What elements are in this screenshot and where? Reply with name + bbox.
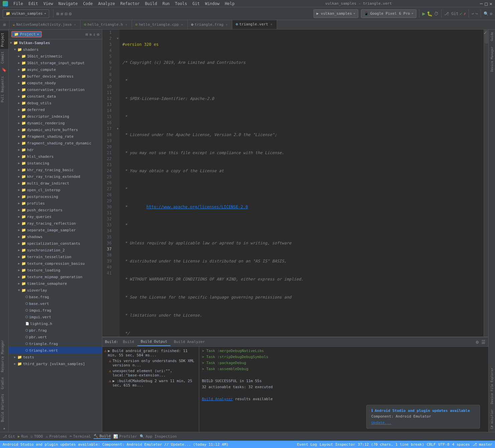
filetree-icon-2[interactable]: ≡ — [89, 32, 92, 37]
right-sidebar-device-manager[interactable]: Device Manager — [490, 44, 494, 75]
event-log-btn[interactable]: Event Log — [297, 442, 317, 447]
activity-pull[interactable]: Pull Requests — [0, 74, 8, 104]
debug-button[interactable]: 🐛 — [427, 11, 432, 16]
tree-dynamic-rendering[interactable]: ▶ 📁 dynamic_rendering — [9, 120, 102, 126]
filetree-icon-4[interactable]: ⚙ — [97, 32, 99, 37]
status-branch[interactable]: ⎇ master — [473, 442, 492, 447]
menu-refactor[interactable]: Refactor — [118, 1, 142, 7]
tree-instancing[interactable]: ▶ 📁 instancing — [9, 160, 102, 166]
status-charset[interactable]: UTF-8 — [439, 442, 450, 447]
menu-build[interactable]: Build — [142, 1, 160, 7]
tree-tests[interactable]: ▶ 📁 tests — [9, 354, 102, 360]
right-sidebar-emulator[interactable]: C# minifier — [490, 407, 494, 432]
menu-window[interactable]: Window — [202, 1, 222, 7]
build-btn-bottom[interactable]: 🔨 Build — [94, 434, 111, 439]
tree-compute-nbody[interactable]: ▶ 📁 compute_nbody — [9, 80, 102, 86]
scrollbar-minimap[interactable] — [484, 29, 488, 337]
run-btn-bottom[interactable]: ▶ Run — [18, 434, 28, 439]
tab-close-hello-h[interactable]: ✕ — [124, 23, 128, 27]
right-sidebar-guide[interactable]: Guide — [490, 29, 494, 44]
menu-edit[interactable]: Edit — [26, 1, 41, 7]
tree-open-cl[interactable]: ▶ 📁 open_cl_interop — [9, 187, 102, 193]
close-button[interactable]: ✕ — [490, 1, 492, 6]
tree-texture-mip[interactable]: ▶ 📁 texture_mipmap_generation — [9, 273, 102, 280]
tree-16bit-arith[interactable]: ▶ 📁 16bit_arithmetic — [9, 53, 102, 60]
app-inspection-btn[interactable]: 🔍 App Inspection — [140, 434, 177, 439]
tree-timeline[interactable]: ▶ 📁 timeline_semaphore — [9, 280, 102, 287]
tree-texture-load[interactable]: ▶ 📁 texture_loading — [9, 267, 102, 273]
tab-close-hello-cpp[interactable]: ✕ — [180, 23, 184, 27]
tree-deferred[interactable]: ▶ 📁 deferred — [9, 106, 102, 113]
run-button[interactable]: ▶ — [422, 10, 425, 17]
tree-sync2[interactable]: ▶ 📁 synchronization_2 — [9, 247, 102, 253]
activity-resource[interactable]: Resource Manager — [0, 338, 8, 374]
tree-profiles[interactable]: ▶ 📁 profiles — [9, 200, 102, 207]
tab-hello-h[interactable]: ⚙ hello_triangle.h ✕ — [81, 20, 132, 29]
settings-icon[interactable]: ⚙ — [490, 11, 492, 16]
tree-fragment-rate-dyn[interactable]: ▶ 📁 fragment_shading_rate_dynamic — [9, 140, 102, 146]
tree-specialization[interactable]: ▶ 📁 specialization_constants — [9, 240, 102, 247]
profile-button[interactable]: ⏱ — [434, 11, 439, 16]
code-content[interactable]: #version 320 es /* Copyright (c) 2019, A… — [120, 29, 484, 337]
project-selector[interactable]: 📁 vulkan_samples ▾ — [3, 9, 49, 18]
activity-gradle[interactable]: Gradle — [0, 375, 8, 391]
device-selector[interactable]: 📱 Google Pixel 6 Pro ▾ — [361, 9, 416, 18]
tree-separate-img[interactable]: ▶ 📁 separate_image_sampler — [9, 227, 102, 233]
toolbar-icon-2[interactable]: ≡ — [60, 11, 63, 16]
layout-inspector-btn[interactable]: Layout Inspector — [320, 442, 355, 447]
bottom-tab-build-analyzer[interactable]: Build Analyzer — [170, 338, 208, 346]
tree-postprocessing[interactable]: ▶ 📁 postprocessing — [9, 193, 102, 200]
tree-ray-reflect[interactable]: ▶ 📁 ray_tracing_reflection — [9, 220, 102, 227]
tree-constant-data[interactable]: ▶ 📁 constant_data — [9, 93, 102, 100]
maximize-button[interactable]: □ — [485, 1, 487, 6]
menu-tools[interactable]: Tools — [172, 1, 190, 7]
tree-uioverlay[interactable]: ▼ 📁 uioverlay — [9, 287, 102, 294]
tree-push-desc[interactable]: ▶ 📁 push_descriptors — [9, 207, 102, 213]
tree-conservative[interactable]: ▶ 📁 conservative_rasterization — [9, 86, 102, 93]
menu-analyze[interactable]: Analyze — [95, 1, 118, 7]
tree-triangle-vert-file[interactable]: ⬡ triangle.vert — [9, 347, 102, 354]
problems-btn[interactable]: ⚠ Problems — [46, 434, 67, 439]
tree-khr-extended[interactable]: ▶ 📁 khr_ray_tracing_extended — [9, 173, 102, 180]
tree-base-frag[interactable]: ⬡ base.frag — [9, 294, 102, 300]
tree-hdr[interactable]: ▶ 📁 hdr — [9, 146, 102, 153]
tab-triangle-vert[interactable]: ⚙ triangle.vert ✕ — [232, 20, 277, 29]
bottom-panel-lines-icon[interactable]: ☰ — [480, 339, 487, 345]
checkmark-icon[interactable]: ✓ — [460, 11, 462, 16]
right-sidebar-device-file[interactable]: Device File Explorer — [490, 365, 494, 407]
tree-pbr-frag[interactable]: ⬡ pbr.frag — [9, 327, 102, 334]
tree-hlsl[interactable]: ▶ 📁 hlsl_shaders — [9, 153, 102, 160]
status-cursor[interactable]: 37:12 (70 chars, 1 line break) — [358, 442, 424, 447]
tree-shaders[interactable]: ▼ 📁 shaders — [9, 46, 102, 53]
tree-async-compute[interactable]: ▶ 📁 async_compute — [9, 66, 102, 73]
tree-ray-queries[interactable]: ▶ 📁 ray_queries — [9, 213, 102, 220]
minimize-button[interactable]: ─ — [480, 1, 483, 6]
tree-dynamic-uniform[interactable]: ▶ 📁 dynamic_uniform_buffers — [9, 126, 102, 133]
tree-project-root[interactable]: ▼ 📁 Vulkan-Samples — [9, 39, 102, 46]
menu-help[interactable]: Help — [222, 1, 237, 7]
activity-project[interactable]: Project — [0, 31, 8, 49]
menu-navigate[interactable]: Navigate — [56, 1, 81, 7]
notification-update-link[interactable]: Update... — [371, 421, 475, 425]
menu-git[interactable]: Git — [190, 1, 203, 7]
redo-icon[interactable]: ↪ — [476, 11, 478, 16]
tab-native[interactable]: ☕ NativeSampleActivity.java ✕ — [9, 20, 81, 29]
git-icon[interactable]: ⎇ Git — [444, 11, 459, 16]
status-crlf[interactable]: CRLF — [427, 442, 436, 447]
tree-base-vert[interactable]: ⬡ base.vert — [9, 300, 102, 307]
status-indent[interactable]: 4 spaces — [452, 442, 470, 447]
tab-close-triangle-frag[interactable]: ✕ — [225, 23, 229, 27]
run-config[interactable]: ▶ vulkan_samples ▾ — [314, 9, 359, 18]
menu-code[interactable]: Code — [81, 1, 96, 7]
project-button[interactable]: 📁 Project ▾ — [11, 31, 42, 37]
tree-fragment-rate[interactable]: ▶ 📁 fragment_shading_rate — [9, 133, 102, 140]
menu-file[interactable]: File — [11, 1, 26, 7]
activity-build[interactable]: Build Variants — [0, 392, 8, 424]
tree-imgui-frag[interactable]: ⬡ imgui.frag — [9, 307, 102, 314]
bottom-tab-build[interactable]: Build — [120, 338, 137, 346]
todo-btn[interactable]: ☑ TODO — [30, 434, 43, 439]
tab-close-native[interactable]: ✕ — [73, 23, 77, 27]
tab-hello-cpp[interactable]: ⚙ hello_triangle.cpp ✕ — [132, 20, 188, 29]
activity-bookmark[interactable]: 🔖 — [0, 66, 8, 74]
tree-terrain[interactable]: ▶ 📁 terrain_tessellation — [9, 253, 102, 260]
